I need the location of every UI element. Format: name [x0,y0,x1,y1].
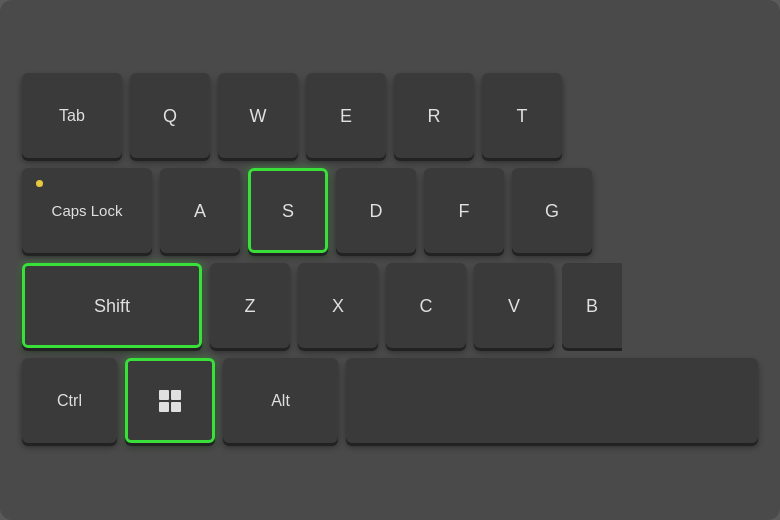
keyboard-row-2: Caps Lock A S D F G [22,168,758,253]
key-c[interactable]: C [386,263,466,348]
caps-lock-indicator [36,180,43,187]
key-x[interactable]: X [298,263,378,348]
key-s[interactable]: S [248,168,328,253]
keyboard-row-1: Tab Q W E R T [22,73,758,158]
key-w[interactable]: W [218,73,298,158]
windows-icon [159,390,181,412]
key-space[interactable] [346,358,758,443]
key-tab[interactable]: Tab [22,73,122,158]
key-alt[interactable]: Alt [223,358,338,443]
key-shift[interactable]: Shift [22,263,202,348]
key-ctrl[interactable]: Ctrl [22,358,117,443]
key-z[interactable]: Z [210,263,290,348]
key-windows[interactable] [125,358,215,443]
keyboard-diagram: Tab Q W E R T Caps Lock A S D [0,0,780,520]
key-q[interactable]: Q [130,73,210,158]
key-a[interactable]: A [160,168,240,253]
key-caps-lock[interactable]: Caps Lock [22,168,152,253]
key-g[interactable]: G [512,168,592,253]
key-e[interactable]: E [306,73,386,158]
key-v[interactable]: V [474,263,554,348]
key-t[interactable]: T [482,73,562,158]
key-b-partial[interactable]: B [562,263,622,348]
keyboard-row-3: Shift Z X C V B [22,263,758,348]
key-r[interactable]: R [394,73,474,158]
key-d[interactable]: D [336,168,416,253]
key-f[interactable]: F [424,168,504,253]
keyboard-row-4: Ctrl Alt [22,358,758,443]
